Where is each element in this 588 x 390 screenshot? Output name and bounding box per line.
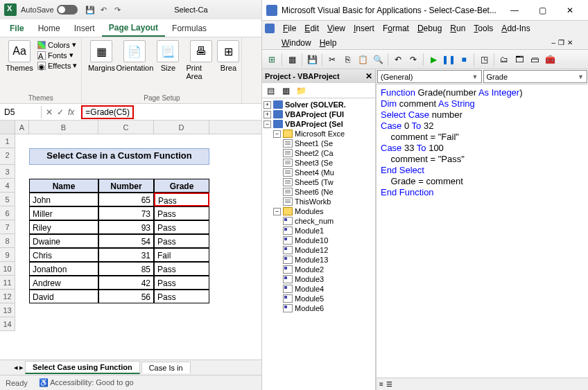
row-header[interactable]: 11: [0, 276, 15, 290]
row-header[interactable]: 9: [0, 248, 15, 262]
object-browser-icon[interactable]: 🗃: [528, 53, 542, 67]
tree-module[interactable]: Module2: [295, 265, 324, 274]
print-area-button[interactable]: 🖶Print Area: [186, 40, 216, 80]
cells[interactable]: Select Case in a Custom Function NameNum…: [15, 134, 261, 331]
break-icon[interactable]: ❚❚: [442, 53, 456, 67]
row-header[interactable]: 2: [0, 148, 15, 165]
tree-toggle-icon[interactable]: +: [263, 111, 271, 118]
redo-icon[interactable]: ↷: [112, 4, 123, 15]
th-grade[interactable]: Grade: [154, 179, 209, 193]
cell[interactable]: Pass: [154, 206, 209, 220]
vba-mdi-icon[interactable]: [265, 24, 275, 33]
cell[interactable]: Pass: [154, 220, 209, 234]
tree-modules-folder[interactable]: Modules: [295, 207, 324, 215]
tree-vbaproj1[interactable]: VBAProject (FUI: [285, 110, 344, 118]
redo-icon[interactable]: ↷: [406, 53, 420, 67]
project-close-icon[interactable]: ✕: [365, 71, 372, 81]
row-header[interactable]: 8: [0, 234, 15, 248]
colors-button[interactable]: Colors ▾: [37, 40, 77, 49]
view-object-icon[interactable]: ▦: [279, 84, 293, 98]
sheet-nav-right-icon[interactable]: ▸: [19, 363, 24, 372]
select-all-corner[interactable]: [0, 121, 15, 134]
tree-module[interactable]: Module1: [295, 227, 324, 235]
tree-msexcel[interactable]: Microsoft Exce: [295, 130, 345, 138]
tab-insert[interactable]: Insert: [67, 21, 102, 36]
tree-sheet[interactable]: Sheet2 (Ca: [295, 149, 334, 157]
row-header[interactable]: 10: [0, 262, 15, 276]
menu-window[interactable]: Window: [277, 38, 315, 48]
tab-file[interactable]: File: [3, 21, 31, 36]
paste-icon[interactable]: 📋: [356, 53, 370, 67]
project-explorer-icon[interactable]: 🗂: [497, 53, 511, 67]
fx-icon[interactable]: fx: [68, 107, 74, 117]
col-header-b[interactable]: B: [29, 121, 98, 134]
tree-vbaproj2[interactable]: VBAProject (Sel: [285, 120, 343, 128]
cell[interactable]: Pass: [154, 234, 209, 248]
procedure-dropdown[interactable]: Grade▼: [483, 70, 588, 83]
menu-view[interactable]: View: [323, 24, 349, 33]
save-icon[interactable]: 💾: [85, 4, 96, 15]
tree-module[interactable]: Module13: [295, 256, 328, 264]
save-icon[interactable]: 💾: [305, 53, 319, 67]
row-header[interactable]: 12: [0, 290, 15, 303]
tree-module[interactable]: Module10: [295, 236, 328, 245]
mdi-minimize-icon[interactable]: –: [551, 39, 555, 46]
minimize-button[interactable]: —: [501, 1, 528, 20]
tree-sheet[interactable]: Sheet1 (Se: [295, 139, 333, 148]
row-header[interactable]: 14: [0, 317, 15, 331]
procedure-view-icon[interactable]: ≡: [379, 380, 383, 388]
row-header[interactable]: 3: [0, 165, 15, 179]
cell[interactable]: Fail: [154, 248, 209, 262]
toolbox-icon[interactable]: 🧰: [543, 53, 557, 67]
row-header[interactable]: 5: [0, 193, 15, 206]
mdi-close-icon[interactable]: ✕: [567, 39, 573, 46]
themes-button[interactable]: Aa Themes: [4, 40, 35, 72]
sheet-tab[interactable]: Case Is in: [141, 362, 191, 373]
menu-run[interactable]: Run: [446, 24, 469, 33]
accept-formula-icon[interactable]: ✓: [57, 107, 64, 117]
size-button[interactable]: 📃Size: [153, 40, 183, 72]
tree-module[interactable]: Module4: [295, 285, 324, 293]
cell[interactable]: Pass: [154, 262, 209, 276]
object-dropdown[interactable]: (General)▼: [377, 70, 482, 83]
fonts-button[interactable]: AFonts ▾: [37, 51, 77, 60]
tree-module[interactable]: Module12: [295, 246, 328, 254]
tree-module[interactable]: Module3: [295, 275, 324, 283]
margins-button[interactable]: ▦Margins: [86, 40, 116, 72]
col-header-c[interactable]: C: [98, 121, 154, 134]
cell[interactable]: 85: [98, 262, 154, 276]
cell[interactable]: 73: [98, 206, 154, 220]
menu-edit[interactable]: Edit: [300, 24, 323, 33]
th-name[interactable]: Name: [29, 179, 98, 193]
cell[interactable]: John: [29, 193, 98, 206]
undo-icon[interactable]: ↶: [98, 4, 110, 15]
col-header-a[interactable]: A: [15, 121, 29, 134]
cell[interactable]: 42: [98, 276, 154, 290]
menu-file[interactable]: File: [279, 24, 300, 33]
sheet-nav-left-icon[interactable]: ◂: [14, 363, 18, 372]
tree-solver[interactable]: Solver (SOLVER.: [285, 100, 346, 109]
reset-icon[interactable]: ■: [457, 53, 471, 67]
run-icon[interactable]: ▶: [426, 53, 440, 67]
full-module-view-icon[interactable]: ☰: [386, 380, 392, 388]
cell[interactable]: Chris: [29, 248, 98, 262]
menu-help[interactable]: Help: [315, 38, 341, 48]
cell[interactable]: 31: [98, 248, 154, 262]
cell[interactable]: Dwaine: [29, 234, 98, 248]
cancel-formula-icon[interactable]: ✕: [46, 107, 53, 117]
autosave-toggle[interactable]: [57, 5, 78, 15]
find-icon[interactable]: 🔍: [371, 53, 385, 67]
menu-debug[interactable]: Debug: [413, 24, 446, 33]
tree-toggle-icon[interactable]: +: [263, 101, 271, 109]
code-editor[interactable]: Function Grade(number As Integer) Dim co…: [377, 85, 588, 378]
project-tree[interactable]: +Solver (SOLVER. +VBAProject (FUI −VBAPr…: [262, 98, 375, 390]
row-header[interactable]: 1: [0, 134, 15, 148]
sheet-tab-active[interactable]: Select Case using Function: [25, 361, 140, 374]
menu-format[interactable]: Format: [379, 24, 413, 33]
tree-toggle-icon[interactable]: −: [263, 121, 271, 128]
col-header-d[interactable]: D: [154, 121, 209, 134]
active-cell[interactable]: Pass: [154, 193, 209, 206]
row-header[interactable]: 4: [0, 179, 15, 193]
effects-button[interactable]: ◉Effects ▾: [37, 61, 77, 70]
row-header[interactable]: 6: [0, 206, 15, 220]
